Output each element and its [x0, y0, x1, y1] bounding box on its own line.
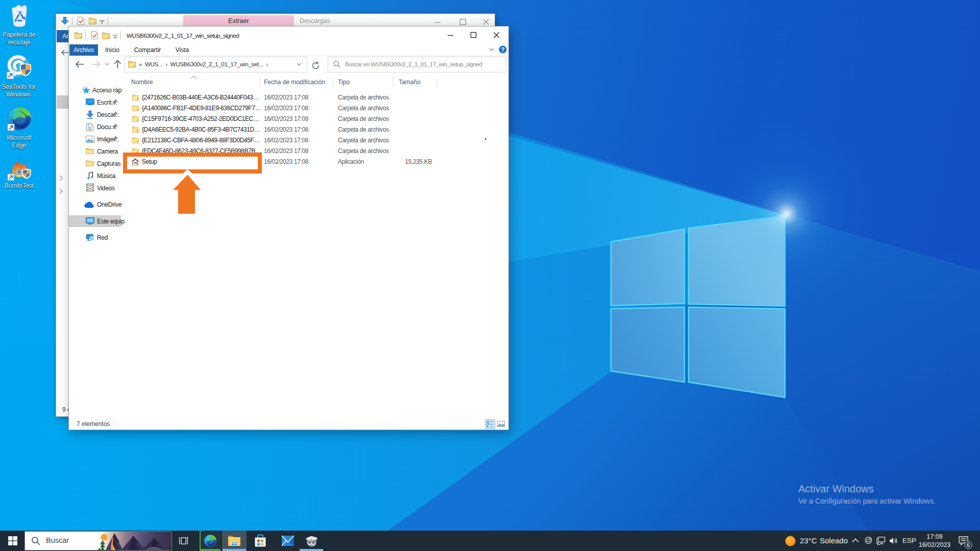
- svg-text:?: ?: [501, 46, 505, 53]
- svg-text:Ve a Configuración para activa: Ve a Configuración para activar Windows.: [798, 497, 936, 505]
- svg-text:6: 6: [967, 542, 970, 548]
- svg-text:Activar Windows: Activar Windows: [798, 483, 874, 494]
